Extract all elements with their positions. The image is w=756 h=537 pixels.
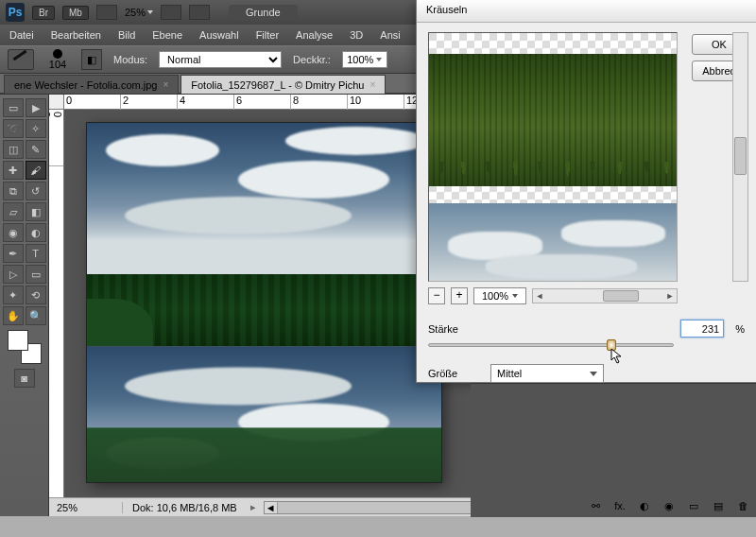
magic-wand-tool-icon[interactable]: ✧ bbox=[26, 119, 46, 138]
zoom-level-select[interactable]: 25% bbox=[125, 7, 153, 18]
scroll-right-icon[interactable]: ► bbox=[663, 291, 677, 301]
layer-fx-icon[interactable]: fx. bbox=[612, 500, 627, 513]
chevron-right-icon[interactable]: ▸ bbox=[247, 501, 260, 513]
workspace-switcher[interactable]: Grunde bbox=[229, 5, 298, 20]
scroll-left-icon[interactable]: ◄ bbox=[533, 291, 546, 301]
menu-auswahl[interactable]: Auswahl bbox=[199, 29, 239, 41]
opacity-label: Deckkr.: bbox=[293, 54, 331, 65]
tab-doc-0[interactable]: ene Wechsler - Fotolia.com.jpg× bbox=[4, 75, 179, 94]
preview-vscrollbar[interactable] bbox=[732, 32, 748, 282]
zoom-out-button[interactable]: − bbox=[428, 287, 445, 304]
menu-bild[interactable]: Bild bbox=[118, 29, 135, 41]
color-swatches[interactable] bbox=[9, 331, 41, 363]
new-group-icon[interactable]: ▭ bbox=[686, 500, 701, 513]
marquee-tool-icon[interactable]: ▶ bbox=[26, 98, 46, 117]
zoom-tool-icon[interactable]: 🔍 bbox=[26, 306, 46, 325]
chevron-down-icon bbox=[512, 294, 518, 298]
link-layers-icon[interactable]: ⚯ bbox=[588, 500, 603, 513]
view-extras-icon[interactable] bbox=[161, 5, 181, 20]
3d-tool-icon[interactable]: ✦ bbox=[3, 286, 24, 304]
blend-mode-select[interactable]: Normal bbox=[159, 51, 282, 68]
size-value: Mittel bbox=[497, 368, 522, 379]
chevron-down-icon bbox=[376, 58, 382, 61]
opacity-value: 100% bbox=[347, 54, 373, 65]
delete-layer-icon[interactable]: 🗑 bbox=[735, 500, 750, 513]
zoom-in-button[interactable]: + bbox=[451, 287, 468, 304]
size-select[interactable]: Mittel bbox=[490, 364, 604, 383]
menu-ansicht[interactable]: Ansi bbox=[380, 29, 400, 41]
crop-tool-icon[interactable]: ◫ bbox=[3, 140, 24, 159]
app-logo-icon: Ps bbox=[6, 3, 25, 22]
pen-tool-icon[interactable]: ✒ bbox=[3, 244, 24, 263]
menu-filter[interactable]: Filter bbox=[256, 29, 279, 41]
chevron-down-icon bbox=[590, 372, 597, 376]
menu-bearbeiten[interactable]: Bearbeiten bbox=[51, 29, 101, 41]
scrollbar-thumb[interactable] bbox=[603, 290, 639, 302]
size-label: Größe bbox=[428, 368, 479, 379]
brush-panel-toggle-icon[interactable]: ◧ bbox=[81, 49, 102, 70]
minibridge-button[interactable]: Mb bbox=[62, 6, 89, 20]
slider-knob[interactable] bbox=[607, 339, 616, 351]
menu-datei[interactable]: Datei bbox=[9, 29, 34, 41]
gradient-tool-icon[interactable]: ◧ bbox=[26, 202, 46, 221]
arrange-docs-icon[interactable] bbox=[189, 5, 210, 20]
layers-panel-area: ⚯ fx. ◐ ◉ ▭ ▤ 🗑 bbox=[471, 383, 756, 517]
scrollbar-thumb[interactable] bbox=[734, 137, 747, 175]
bridge-button[interactable]: Br bbox=[32, 6, 55, 20]
ripple-dialog: Kräuseln OK Abbred − + 100% ◄ ► bbox=[416, 0, 756, 383]
eraser-tool-icon[interactable]: ▱ bbox=[3, 202, 24, 221]
move-tool-icon[interactable]: ▭ bbox=[3, 98, 24, 117]
document-canvas[interactable] bbox=[87, 123, 441, 482]
path-select-tool-icon[interactable]: ▷ bbox=[3, 265, 24, 284]
tab-label: Fotolia_15279687_L - © Dmitry Pichu bbox=[191, 79, 364, 91]
tab-label: ene Wechsler - Fotolia.com.jpg bbox=[14, 79, 157, 91]
close-icon[interactable]: × bbox=[369, 79, 375, 90]
quickmask-icon[interactable]: ◙ bbox=[14, 369, 35, 388]
menu-analyse[interactable]: Analyse bbox=[296, 29, 333, 41]
ruler-origin[interactable] bbox=[49, 95, 64, 110]
brush-tool-icon[interactable]: 🖌 bbox=[26, 161, 46, 180]
preview-zoom-value: 100% bbox=[482, 290, 508, 302]
eyedropper-tool-icon[interactable]: ✎ bbox=[26, 140, 46, 159]
menu-ebene[interactable]: Ebene bbox=[152, 29, 182, 41]
strength-unit: % bbox=[735, 323, 745, 335]
history-brush-tool-icon[interactable]: ↺ bbox=[26, 182, 46, 200]
foreground-color-swatch[interactable] bbox=[9, 331, 27, 350]
ruler-vertical[interactable]: 0246810 bbox=[49, 110, 64, 516]
strength-input[interactable] bbox=[680, 320, 724, 338]
scroll-left-icon[interactable]: ◄ bbox=[265, 502, 278, 513]
strength-slider[interactable] bbox=[428, 343, 674, 347]
clone-tool-icon[interactable]: ⧉ bbox=[3, 182, 24, 200]
opacity-input[interactable]: 100% bbox=[342, 51, 387, 68]
brush-preview[interactable]: 104 bbox=[45, 49, 70, 70]
filter-preview[interactable] bbox=[428, 32, 678, 282]
tab-doc-1[interactable]: Fotolia_15279687_L - © Dmitry Pichu× bbox=[180, 75, 386, 94]
menu-3d[interactable]: 3D bbox=[350, 29, 363, 41]
dialog-title: Kräuseln bbox=[417, 0, 756, 23]
status-docinfo[interactable]: Dok: 10,6 MB/16,8 MB bbox=[123, 502, 247, 513]
close-icon[interactable]: × bbox=[163, 79, 168, 90]
type-tool-icon[interactable]: T bbox=[26, 244, 46, 263]
strength-label: Stärke bbox=[428, 323, 479, 335]
brush-tool-preset-icon[interactable] bbox=[8, 49, 34, 70]
preview-zoom-select[interactable]: 100% bbox=[473, 287, 526, 304]
toolbox: ▭ ▶ ➰ ✧ ◫ ✎ ✚ 🖌 ⧉ ↺ ▱ ◧ ◉ ◐ ✒ T ▷ ▭ ✦ ⟲ … bbox=[0, 95, 49, 516]
shape-tool-icon[interactable]: ▭ bbox=[26, 265, 46, 284]
screen-mode-icon[interactable] bbox=[96, 5, 117, 20]
layers-panel-footer: ⚯ fx. ◐ ◉ ▭ ▤ 🗑 bbox=[588, 500, 750, 513]
lasso-tool-icon[interactable]: ➰ bbox=[3, 119, 24, 138]
new-layer-icon[interactable]: ▤ bbox=[711, 500, 726, 513]
blur-tool-icon[interactable]: ◉ bbox=[3, 223, 24, 242]
adjustment-layer-icon[interactable]: ◉ bbox=[662, 500, 677, 513]
3d-camera-tool-icon[interactable]: ⟲ bbox=[26, 286, 46, 304]
zoom-level-value: 25% bbox=[125, 7, 146, 18]
dodge-tool-icon[interactable]: ◐ bbox=[26, 223, 46, 242]
chevron-down-icon bbox=[147, 10, 153, 14]
hand-tool-icon[interactable]: ✋ bbox=[3, 306, 24, 325]
healing-tool-icon[interactable]: ✚ bbox=[3, 161, 24, 180]
status-zoom[interactable]: 25% bbox=[49, 502, 123, 513]
mode-label: Modus: bbox=[113, 54, 147, 65]
brush-size-value: 104 bbox=[45, 59, 70, 70]
layer-mask-icon[interactable]: ◐ bbox=[637, 500, 652, 513]
preview-hscrollbar[interactable]: ◄ ► bbox=[532, 288, 678, 303]
